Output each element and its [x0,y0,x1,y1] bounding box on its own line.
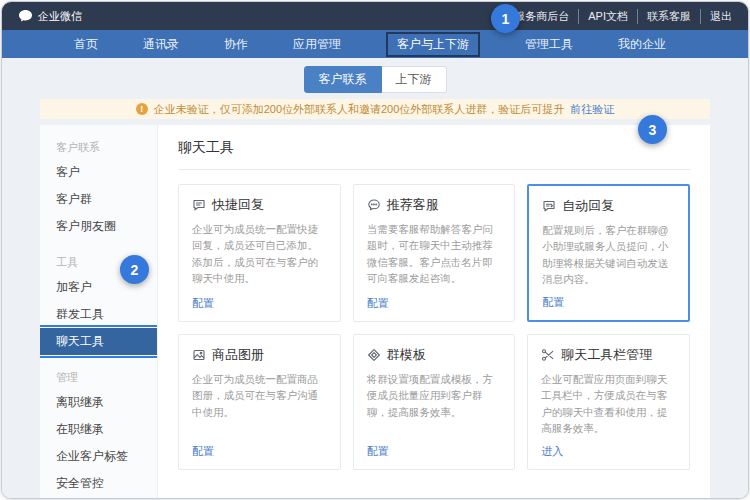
tool-cards-grid: 快捷回复 企业可为成员统一配置快捷回复，成员还可自己添加。添加后，成员可在与客户… [178,184,690,470]
brand: 企业微信 [18,9,82,24]
wecom-logo-icon [18,9,33,23]
card-title: 快捷回复 [212,196,264,214]
card-group-template: 群模板 将群设置项配置成模板，方便成员批量应用到客户群聊，提高服务效率。 配置 [353,334,516,470]
tab-customer-contact[interactable]: 客户联系 [304,66,382,93]
sidebar-item-group-message[interactable]: 群发工具 [40,301,157,328]
topbar: 企业微信 服务商后台 API文档 联系客服 退出 [2,2,748,30]
verification-banner: ! 企业未验证，仅可添加200位外部联系人和邀请200位外部联系人进群，验证后可… [40,99,710,119]
nav-item-home[interactable]: 首页 [74,36,98,53]
main-wrapper: 客户联系 客户 客户群 客户朋友圈 工具 加客户 群发工具 聊天工具 管理 离职… [40,125,710,499]
tabs-row: 客户联系 上下游 [40,58,710,99]
banner-text: 企业未验证，仅可添加200位外部联系人和邀请200位外部联系人进群，验证后可提升 [154,102,565,117]
nav-item-collaboration[interactable]: 协作 [224,36,248,53]
link-logout[interactable]: 退出 [700,9,732,24]
sidebar-header-management: 管理 [40,363,157,389]
nav-item-contacts[interactable]: 通讯录 [143,36,179,53]
nav-item-customers[interactable]: 客户与上下游 [386,32,480,57]
main-nav: 首页 通讯录 协作 应用管理 客户与上下游 管理工具 我的企业 [2,30,748,58]
warning-icon: ! [136,103,148,115]
configure-link-auto-reply[interactable]: 配置 [542,287,675,310]
recommend-service-icon [367,198,381,212]
product-album-icon [192,348,206,362]
enter-link-toolbar-manage[interactable]: 进入 [541,436,676,459]
sidebar-header-customer-contact: 客户联系 [40,133,157,159]
sidebar-item-chat-tools[interactable]: 聊天工具 [40,328,157,355]
sidebar: 客户联系 客户 客户群 客户朋友圈 工具 加客户 群发工具 聊天工具 管理 离职… [40,125,158,499]
auto-reply-icon [542,199,556,213]
card-title: 聊天工具栏管理 [561,346,652,364]
card-product-album: 商品图册 企业可为成员统一配置商品图册，成员可在与客户沟通中使用。 配置 [178,334,341,470]
sidebar-item-onjob-inherit[interactable]: 在职继承 [40,416,157,443]
card-desc: 企业可配置应用页面到聊天工具栏中，方便成员在与客户的聊天中查看和使用，提高服务效… [541,371,676,436]
sidebar-item-customer-tags[interactable]: 企业客户标签 [40,443,157,470]
toolbar-manage-icon [541,348,555,362]
card-title: 推荐客服 [387,196,439,214]
quick-reply-icon [192,198,206,212]
card-title: 自动回复 [562,197,614,215]
sidebar-item-customers[interactable]: 客户 [40,159,157,186]
group-template-icon [367,348,381,362]
card-title: 商品图册 [212,346,264,364]
configure-link-group-template[interactable]: 配置 [367,436,502,459]
sidebar-item-data-statistics[interactable]: 数据统计 [40,497,157,499]
card-desc: 当需要客服帮助解答客户问题时，可在聊天中主动推荐微信客服。客户点击名片即可向客服… [367,221,502,286]
link-contact-support[interactable]: 联系客服 [637,9,691,24]
link-service-provider[interactable]: 服务商后台 [514,9,569,24]
annotation-badge-1: 1 [491,4,520,33]
card-desc: 企业可为成员统一配置快捷回复，成员还可自己添加。添加后，成员可在与客户的聊天中使… [192,221,327,286]
tab-upstream-downstream[interactable]: 上下游 [382,66,447,93]
nav-item-admin-tools[interactable]: 管理工具 [525,36,573,53]
configure-link-product-album[interactable]: 配置 [192,436,327,459]
sidebar-item-customer-groups[interactable]: 客户群 [40,186,157,213]
card-desc: 配置规则后，客户在群聊@小助理或服务人员提问，小助理将根据关键词自动发送消息内容… [542,222,675,287]
annotation-badge-3: 3 [638,115,667,144]
topbar-links: 服务商后台 API文档 联系客服 退出 [514,9,732,24]
card-auto-reply: 自动回复 配置规则后，客户在群聊@小助理或服务人员提问，小助理将根据关键词自动发… [527,184,690,322]
brand-name: 企业微信 [38,9,82,24]
annotation-badge-2: 2 [120,255,149,284]
card-recommend-service: 推荐客服 当需要客服帮助解答客户问题时，可在聊天中主动推荐微信客服。客户点击名片… [353,184,516,322]
configure-link-recommend-service[interactable]: 配置 [367,288,502,311]
nav-item-app-management[interactable]: 应用管理 [293,36,341,53]
app-window: 企业微信 服务商后台 API文档 联系客服 退出 首页 通讯录 协作 应用管理 … [1,1,749,499]
card-title: 群模板 [387,346,426,364]
card-desc: 将群设置项配置成模板，方便成员批量应用到客户群聊，提高服务效率。 [367,371,502,420]
verify-link[interactable]: 前往验证 [570,102,614,117]
card-toolbar-manage: 聊天工具栏管理 企业可配置应用页面到聊天工具栏中，方便成员在与客户的聊天中查看和… [527,334,690,470]
card-quick-reply: 快捷回复 企业可为成员统一配置快捷回复，成员还可自己添加。添加后，成员可在与客户… [178,184,341,322]
sidebar-item-customer-moments[interactable]: 客户朋友圈 [40,213,157,240]
page-title: 聊天工具 [178,139,690,170]
content-area: 客户联系 上下游 ! 企业未验证，仅可添加200位外部联系人和邀请200位外部联… [2,58,748,499]
configure-link-quick-reply[interactable]: 配置 [192,288,327,311]
nav-item-my-company[interactable]: 我的企业 [618,36,666,53]
sidebar-item-security-control[interactable]: 安全管控 [40,470,157,497]
card-desc: 企业可为成员统一配置商品图册，成员可在与客户沟通中使用。 [192,371,327,420]
sidebar-item-resigned-inherit[interactable]: 离职继承 [40,389,157,416]
chat-tools-panel: 聊天工具 快捷回复 企业可为成员统一配置快捷回复，成员还可自己添加。添加后，成员… [158,125,710,499]
link-api-docs[interactable]: API文档 [578,9,628,24]
